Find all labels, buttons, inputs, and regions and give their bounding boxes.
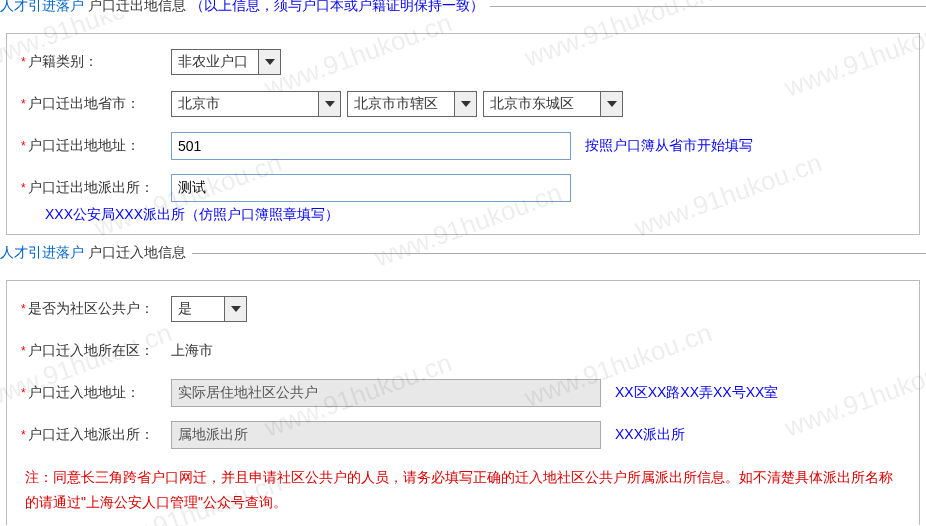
- chevron-down-icon: [318, 92, 340, 116]
- required-star: *: [21, 344, 26, 358]
- hint-out-station: XXX公安局XXX派出所（仿照户口簿照章填写）: [21, 206, 905, 224]
- chevron-down-icon: [258, 50, 280, 74]
- label-out-address: 户口迁出地地址：: [28, 137, 140, 155]
- form-box-in: * 是否为社区公共户： 是 * 户口迁入地所在区： 上海市 * 户口迁: [6, 280, 920, 525]
- section-header: 人才引进落户 户口迁出地信息 （以上信息，须与户口本或户籍证明保持一致）: [0, 6, 926, 25]
- row-in-address: * 户口迁入地地址： XX区XX路XX弄XX号XX室: [21, 379, 905, 407]
- hint-out-address: 按照户口簿从省市开始填写: [585, 137, 753, 155]
- select-household-type[interactable]: 非农业户口: [171, 49, 281, 75]
- row-household-type: * 户籍类别： 非农业户口: [21, 48, 905, 76]
- section-title-sub: 户口迁入地信息: [88, 244, 186, 260]
- input-out-station[interactable]: [171, 174, 571, 202]
- label-household-type: 户籍类别：: [28, 53, 98, 71]
- hint-in-address: XX区XX路XX弄XX号XX室: [615, 384, 778, 402]
- input-in-address: [171, 379, 601, 407]
- select-value: 北京市东城区: [490, 95, 574, 113]
- select-community[interactable]: 是: [171, 296, 247, 322]
- label-in-district: 户口迁入地所在区：: [28, 342, 154, 360]
- row-out-address: * 户口迁出地地址： 按照户口簿从省市开始填写: [21, 132, 905, 160]
- select-out-district[interactable]: 北京市东城区: [483, 91, 623, 117]
- section-title-main: 人才引进落户: [0, 0, 84, 13]
- select-out-province[interactable]: 北京市: [171, 91, 341, 117]
- input-out-address[interactable]: [171, 132, 571, 160]
- label-community: 是否为社区公共户：: [28, 300, 154, 318]
- label-out-province: 户口迁出地省市：: [28, 95, 140, 113]
- chevron-down-icon: [454, 92, 476, 116]
- section-move-in: 人才引进落户 户口迁入地信息 * 是否为社区公共户： 是 * 户口迁入地所在区：: [0, 253, 926, 525]
- select-value: 是: [178, 300, 192, 318]
- row-out-province: * 户口迁出地省市： 北京市 北京市市辖区 北京市东城区: [21, 90, 905, 118]
- section-header: 人才引进落户 户口迁入地信息: [0, 253, 926, 272]
- section-move-out: 人才引进落户 户口迁出地信息 （以上信息，须与户口本或户籍证明保持一致） * 户…: [0, 6, 926, 235]
- section-title-main: 人才引进落户: [0, 244, 84, 260]
- select-value: 北京市: [178, 95, 220, 113]
- select-value: 非农业户口: [178, 53, 248, 71]
- required-star: *: [21, 386, 26, 400]
- input-in-station: [171, 421, 601, 449]
- label-in-station: 户口迁入地派出所：: [28, 426, 154, 444]
- section-title-note: （以上信息，须与户口本或户籍证明保持一致）: [190, 0, 484, 13]
- select-value: 北京市市辖区: [354, 95, 438, 113]
- note-red: 注：同意长三角跨省户口网迁，并且申请社区公共户的人员，请务必填写正确的迁入地社区…: [21, 463, 905, 515]
- chevron-down-icon: [600, 92, 622, 116]
- row-out-station: * 户口迁出地派出所：: [21, 174, 905, 202]
- section-title-sub: 户口迁出地信息: [88, 0, 186, 13]
- row-in-station: * 户口迁入地派出所： XXX派出所: [21, 421, 905, 449]
- label-in-address: 户口迁入地地址：: [28, 384, 140, 402]
- required-star: *: [21, 55, 26, 69]
- label-out-station: 户口迁出地派出所：: [28, 179, 154, 197]
- chevron-down-icon: [224, 297, 246, 321]
- required-star: *: [21, 428, 26, 442]
- required-star: *: [21, 139, 26, 153]
- required-star: *: [21, 97, 26, 111]
- row-community: * 是否为社区公共户： 是: [21, 295, 905, 323]
- required-star: *: [21, 302, 26, 316]
- row-in-district: * 户口迁入地所在区： 上海市: [21, 337, 905, 365]
- value-in-district: 上海市: [171, 342, 213, 360]
- form-box-out: * 户籍类别： 非农业户口 * 户口迁出地省市： 北京市: [6, 33, 920, 235]
- required-star: *: [21, 181, 26, 195]
- hint-in-station: XXX派出所: [615, 426, 685, 444]
- select-out-city[interactable]: 北京市市辖区: [347, 91, 477, 117]
